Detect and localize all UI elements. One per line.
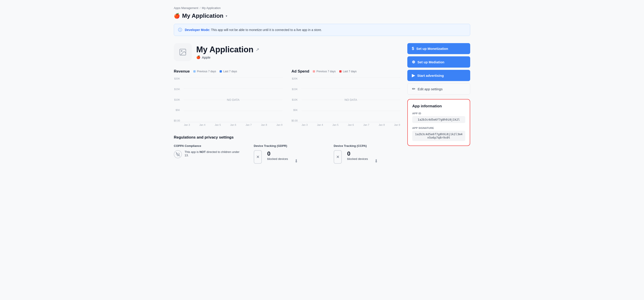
dev-banner-text: Developer Mode: This app will not be abl… bbox=[185, 28, 322, 32]
ccpa-label: Device Tracking (CCPA) bbox=[334, 144, 400, 148]
adspend-prev-legend-dot bbox=[313, 70, 315, 72]
revenue-x-labels: Jan 3 Jan 4 Jan 5 Jan 6 Jan 7 Jan 8 Jan … bbox=[174, 122, 282, 126]
setup-mediation-button[interactable]: ⊕ Set up Mediation bbox=[407, 56, 470, 68]
gdpr-count-block: 0 blocked devices bbox=[267, 150, 288, 160]
app-name: My Application ↗ bbox=[196, 45, 259, 54]
revenue-legend-prev: Previous 7 days bbox=[193, 70, 216, 73]
platform-apple-icon: 🍎 bbox=[196, 55, 200, 59]
gdpr-item: Device Tracking (GDPR) ✕ 0 blocked devic… bbox=[254, 144, 320, 164]
platform-name: Apple bbox=[202, 56, 210, 59]
svg-point-1 bbox=[181, 50, 182, 52]
info-circle-icon: ⓘ bbox=[178, 27, 182, 32]
app-info-title: App information bbox=[412, 104, 465, 108]
last-legend-dot bbox=[220, 70, 222, 72]
action-buttons: $ Set up Monetization ⊕ Set up Mediation… bbox=[407, 43, 470, 94]
coppa-item: COPPA Compliance bbox=[174, 144, 240, 164]
app-id-label: APP ID bbox=[412, 112, 465, 115]
revenue-no-data: NO DATA bbox=[227, 98, 240, 101]
breadcrumb: Apps Management / My Application bbox=[174, 6, 470, 10]
gdpr-content: ✕ 0 blocked devices ⬇ bbox=[254, 150, 320, 164]
revenue-legend-last: Last 7 days bbox=[220, 70, 237, 73]
gdpr-download-icon[interactable]: ⬇ bbox=[294, 158, 298, 164]
adspend-y-labels: $20K $15K $10K $5K $0.00 bbox=[292, 77, 298, 122]
gdpr-count: 0 bbox=[267, 150, 288, 157]
adspend-no-data: NO DATA bbox=[345, 98, 357, 101]
mediation-icon: ⊕ bbox=[412, 60, 415, 64]
gdpr-count-label: blocked devices bbox=[267, 157, 288, 160]
app-sig-value: 1a2b3c4d5e6f7g8h9i0j1k2l3m4n5o6p7q8r9s0t bbox=[412, 131, 465, 141]
regulations-row: COPPA Compliance bbox=[174, 144, 400, 164]
adspend-last-legend-dot bbox=[339, 70, 342, 72]
image-icon bbox=[179, 48, 187, 56]
adspend-chart-area: $20K $15K $10K $5K $0.00 bbox=[292, 77, 400, 122]
app-sig-label: APP SIGNATURE bbox=[412, 127, 465, 129]
app-icon-placeholder bbox=[174, 43, 192, 61]
app-title: My Application bbox=[182, 12, 224, 19]
ccpa-device-icon: ✕ bbox=[334, 150, 342, 164]
app-header: My Application ↗ 🍎 Apple bbox=[174, 43, 400, 61]
adspend-chart-title: Ad Spend bbox=[292, 69, 309, 74]
edit-app-settings-button[interactable]: ✏ Edit app settings bbox=[407, 83, 470, 94]
adspend-chart-header: Ad Spend Previous 7 days Last 7 days bbox=[292, 69, 400, 74]
ccpa-download-icon[interactable]: ⬇ bbox=[374, 158, 378, 164]
left-section: My Application ↗ 🍎 Apple Revenue bbox=[174, 43, 400, 164]
gdpr-device-icon: ✕ bbox=[254, 150, 262, 164]
adspend-legend-last: Last 7 days bbox=[339, 70, 356, 73]
charts-row: Revenue Previous 7 days Last 7 days $20K bbox=[174, 69, 400, 126]
breadcrumb-current: My Application bbox=[202, 6, 221, 10]
revenue-chart-header: Revenue Previous 7 days Last 7 days bbox=[174, 69, 282, 74]
app-platform: 🍎 Apple bbox=[196, 55, 259, 59]
monetization-icon: $ bbox=[412, 46, 414, 51]
ccpa-count: 0 bbox=[347, 150, 368, 157]
gdpr-label: Device Tracking (GDPR) bbox=[254, 144, 320, 148]
prev-legend-dot bbox=[193, 70, 196, 72]
app-id-value: 1a2b3c4d5e6f7g8h9i0j1k2l bbox=[412, 116, 465, 123]
revenue-y-labels: $20K $15K $10K $5K $0.00 bbox=[174, 77, 180, 122]
adspend-chart: Ad Spend Previous 7 days Last 7 days $20… bbox=[292, 69, 400, 126]
apple-logo-icon: 🍎 bbox=[174, 13, 180, 19]
advertising-icon: ▶ bbox=[412, 73, 415, 78]
app-sig-field: APP SIGNATURE 1a2b3c4d5e6f7g8h9i0j1k2l3m… bbox=[412, 127, 465, 141]
breadcrumb-separator: / bbox=[200, 6, 200, 10]
setup-monetization-button[interactable]: $ Set up Monetization bbox=[407, 43, 470, 54]
adspend-legend-prev: Previous 7 days bbox=[313, 70, 336, 73]
external-link-icon[interactable]: ↗ bbox=[256, 47, 259, 52]
svg-point-4 bbox=[177, 154, 178, 156]
revenue-chart-title: Revenue bbox=[174, 69, 190, 74]
app-id-field: APP ID 1a2b3c4d5e6f7g8h9i0j1k2l bbox=[412, 112, 465, 123]
app-info-box: App information APP ID 1a2b3c4d5e6f7g8h9… bbox=[407, 99, 470, 146]
main-layout: My Application ↗ 🍎 Apple Revenue bbox=[174, 43, 470, 164]
adspend-x-labels: Jan 3 Jan 4 Jan 5 Jan 6 Jan 7 Jan 8 Jan … bbox=[292, 122, 400, 126]
right-section: $ Set up Monetization ⊕ Set up Mediation… bbox=[407, 43, 470, 164]
regulations-section: Regulations and privacy settings COPPA C… bbox=[174, 135, 400, 164]
app-info: My Application ↗ 🍎 Apple bbox=[196, 45, 259, 59]
coppa-icon bbox=[174, 150, 182, 159]
coppa-text: This app is NOT directed to children und… bbox=[184, 150, 240, 157]
coppa-label: COPPA Compliance bbox=[174, 144, 240, 148]
start-advertising-button[interactable]: ▶ Start advertising bbox=[407, 70, 470, 81]
revenue-chart: Revenue Previous 7 days Last 7 days $20K bbox=[174, 69, 282, 126]
edit-icon: ✏ bbox=[412, 86, 416, 92]
ccpa-item: Device Tracking (CCPA) ✕ 0 blocked devic… bbox=[334, 144, 400, 164]
regulations-title: Regulations and privacy settings bbox=[174, 135, 400, 140]
coppa-svg-icon bbox=[174, 150, 182, 158]
title-dropdown-icon[interactable]: ▾ bbox=[226, 14, 227, 18]
ccpa-count-label: blocked devices bbox=[347, 157, 368, 160]
ccpa-content: ✕ 0 blocked devices ⬇ bbox=[334, 150, 400, 164]
revenue-chart-inner: NO DATA bbox=[184, 77, 282, 122]
developer-mode-banner: ⓘ Developer Mode: This app will not be a… bbox=[174, 24, 470, 36]
revenue-chart-area: $20K $15K $10K $5K $0.00 bbox=[174, 77, 282, 122]
breadcrumb-parent[interactable]: Apps Management bbox=[174, 6, 198, 10]
adspend-chart-inner: NO DATA bbox=[302, 77, 400, 122]
ccpa-count-block: 0 blocked devices bbox=[347, 150, 368, 160]
app-title-row: 🍎 My Application ▾ bbox=[174, 12, 470, 19]
coppa-content: This app is NOT directed to children und… bbox=[174, 150, 240, 159]
